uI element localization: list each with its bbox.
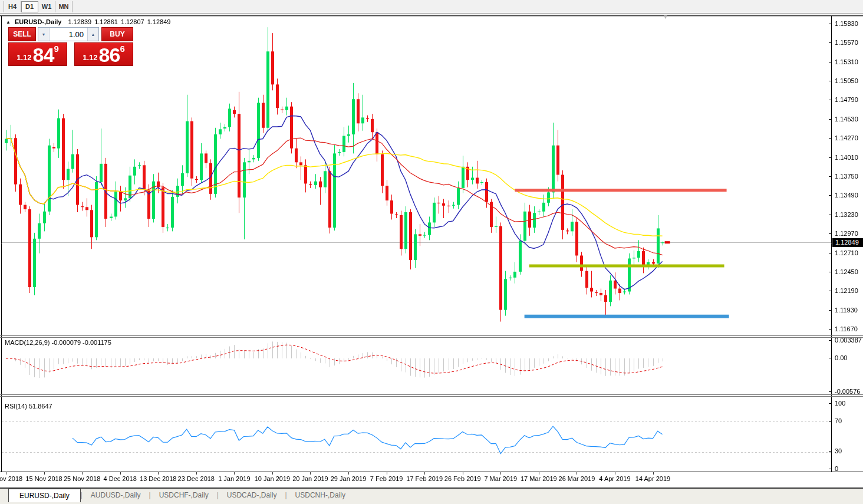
timeframe-button-D1[interactable]: D1 (21, 1, 38, 12)
time-axis-label: 7 Mar 2019 (484, 475, 517, 482)
macd-indicator-label: MACD(12,26,9) -0.000079 -0.001175 (5, 339, 111, 346)
tab-usdcnhdaily[interactable]: USDCNH-,Daily (287, 489, 354, 502)
timeframe-button-W1[interactable]: W1 (38, 1, 55, 12)
price-axis-label: 1.14270 (835, 134, 858, 142)
macd-axis-label: 0.003387 (835, 337, 862, 344)
ohlc-low: 1.12807 (121, 18, 144, 25)
collapse-trade-panel-icon[interactable]: ▲ (6, 19, 11, 25)
time-axis-label: 7 Feb 2019 (370, 475, 403, 482)
time-axis-label: 17 Feb 2019 (406, 475, 443, 482)
chart-shift-marker-icon[interactable]: ▼ (663, 14, 668, 20)
sell-button[interactable]: SELL (8, 27, 36, 41)
macd-axis-label: -0.00576 (835, 388, 860, 396)
price-axis-label: 1.14790 (835, 96, 858, 104)
chart-symbol-label: EURUSD-,Daily (15, 18, 61, 25)
current-price-label: 1.12849 (832, 238, 863, 247)
time-axis-label: 26 Mar 2019 (559, 475, 595, 482)
volume-input[interactable] (50, 28, 87, 41)
sell-price-big: 84 (33, 46, 54, 64)
rsi-axis-label: 100 (835, 400, 845, 407)
chevron-down-icon: ▼ (42, 32, 46, 37)
buy-price-big: 86 (99, 46, 120, 64)
time-axis-label: 14 Apr 2019 (635, 475, 670, 482)
price-axis-label: 1.13230 (835, 211, 858, 219)
chart-tab-bar: EURUSD-,Daily|AUDUSD-,Daily|USDCHF-,Dail… (0, 487, 863, 504)
timeframe-toolbar: H4D1W1MN (0, 0, 863, 14)
ohlc-close: 1.12849 (147, 18, 171, 25)
time-axis-label: 4 Dec 2018 (104, 475, 137, 482)
price-axis-label: 1.12450 (835, 268, 858, 276)
time-axis-label: 26 Feb 2019 (444, 475, 481, 482)
price-axis-label: 1.11930 (835, 307, 858, 314)
time-axis-label: 4 Apr 2019 (599, 475, 630, 482)
sell-price-box[interactable]: 1.12 84 9 (8, 42, 67, 66)
time-axis-label: 13 Dec 2018 (140, 475, 176, 482)
rsi-axis-label: 70 (835, 417, 842, 425)
terminal-window: H4D1W1MN ▼ ▲ EURUSD-,Daily 1.12839 1.128… (0, 0, 863, 504)
volume-decrease-button[interactable]: ▼ (38, 28, 50, 41)
price-axis-label: 1.15570 (835, 39, 858, 47)
ohlc-high: 1.12861 (94, 18, 118, 25)
price-axis-label: 1.13750 (835, 173, 858, 180)
price-axis-label: 1.12710 (835, 249, 858, 257)
time-axis-label: 23 Dec 2018 (178, 475, 215, 482)
tab-eurusddaily[interactable]: EURUSD-,Daily (8, 489, 81, 502)
price-axis-label: 1.15050 (835, 77, 858, 85)
chart-title: ▲ EURUSD-,Daily 1.12839 1.12861 1.12807 … (6, 18, 170, 25)
tab-usdchfdaily[interactable]: USDCHF-,Daily (151, 489, 217, 502)
buy-price-box[interactable]: 1.12 86 6 (74, 42, 133, 66)
time-axis-label: 1 Jan 2019 (218, 475, 250, 482)
time-axis-label: 10 Jan 2019 (255, 475, 291, 482)
one-click-trade-panel: SELL ▼ ▲ BUY 1.12 84 9 1.12 86 6 (8, 27, 133, 66)
time-axis-label: 29 Jan 2019 (331, 475, 367, 482)
time-axis-label: 20 Jan 2019 (292, 475, 328, 482)
price-axis-label: 1.11670 (835, 325, 858, 333)
ohlc-open: 1.12839 (68, 18, 91, 25)
tab-usdcaddaily[interactable]: USDCAD-,Daily (219, 489, 285, 502)
buy-price-sup: 6 (120, 45, 124, 52)
timeframe-button-H4[interactable]: H4 (4, 1, 21, 12)
price-axis-label: 1.14530 (835, 116, 858, 123)
time-axis-label: 17 Mar 2019 (521, 475, 557, 482)
timeframe-button-MN[interactable]: MN (55, 1, 73, 12)
buy-button[interactable]: BUY (101, 27, 133, 41)
chart-canvas[interactable] (0, 0, 863, 504)
price-axis-label: 1.12970 (835, 230, 858, 238)
price-axis-label: 1.12190 (835, 287, 858, 295)
tab-audusddaily[interactable]: AUDUSD-,Daily (83, 489, 149, 502)
time-axis-label: 25 Nov 2018 (64, 475, 100, 482)
rsi-indicator-label: RSI(14) 51.8647 (5, 403, 52, 410)
price-axis-label: 1.13490 (835, 192, 858, 199)
price-axis-label: 1.14010 (835, 154, 858, 162)
sell-price-prefix: 1.12 (17, 52, 31, 64)
time-axis-label: 6 Nov 2018 (0, 475, 22, 482)
sell-price-sup: 9 (54, 45, 58, 52)
buy-price-prefix: 1.12 (83, 52, 97, 64)
price-axis-label: 1.15830 (835, 20, 858, 28)
rsi-axis-label: 30 (835, 447, 842, 455)
time-axis-label: 15 Nov 2018 (25, 475, 62, 482)
macd-axis-label: 0.00 (835, 354, 847, 362)
volume-spinner: ▼ ▲ (38, 27, 99, 41)
volume-increase-button[interactable]: ▲ (87, 28, 98, 41)
rsi-axis-label: 0 (835, 465, 838, 473)
chevron-up-icon: ▲ (91, 32, 95, 37)
price-axis-label: 1.15310 (835, 58, 858, 66)
